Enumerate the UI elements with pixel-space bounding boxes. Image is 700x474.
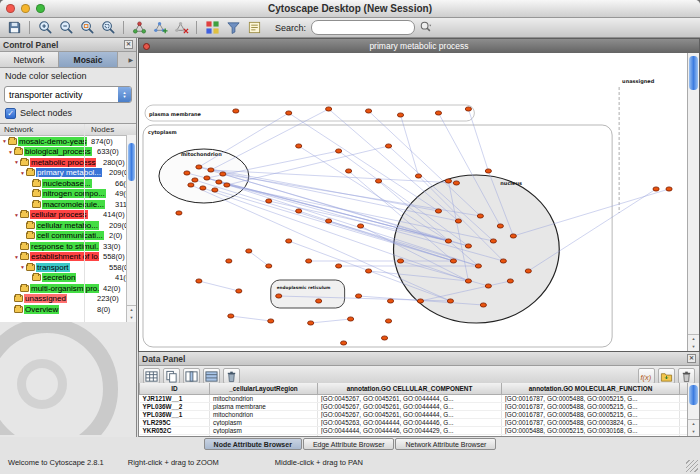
tree-item-response-to-stimul[interactable]: response to stimul...33(0) [0,241,136,252]
network-node[interactable] [296,209,302,213]
tree-column-nodes[interactable]: Nodes [86,125,114,134]
tree-item-biological-process[interactable]: ▼biological_process633(0) [0,147,136,158]
network-node[interactable] [385,319,391,323]
table-scrollbar[interactable]: ▲▼ [687,383,699,436]
tree-item-establishment-of-lo[interactable]: ▼establishment of lo...558(0) [0,252,136,263]
network-node[interactable] [266,264,272,268]
tab-network[interactable]: Network [0,52,59,67]
network-edge[interactable] [329,109,459,221]
import-attributes-button[interactable] [658,368,675,384]
attribute-row[interactable]: YKR052Ccytoplasm[GO:0044444, GO:0044446,… [140,427,688,435]
tree-scrollbar[interactable]: ▲▼ [126,135,136,322]
network-node[interactable] [453,181,459,185]
titlebar[interactable]: Cytoscape Desktop (New Session) [0,0,700,18]
tab-mosaic[interactable]: Mosaic [59,52,118,67]
search-input[interactable] [311,20,415,35]
tree-item-mosaic-demo-yeast[interactable]: ▼mosaic-demo-yeast874(0) [0,136,136,147]
attribute-select-button[interactable] [143,368,160,384]
tree-item-nitrogen-compo[interactable]: nitrogen compo...49(0) [0,189,136,200]
close-control-panel-icon[interactable]: ✕ [124,40,133,49]
network-node[interactable] [212,188,218,192]
expand-arrow-icon[interactable]: ▼ [1,138,8,144]
zoom-selected-button[interactable] [77,19,97,37]
network-node[interactable] [196,165,202,169]
resize-handle[interactable] [686,460,698,472]
network-edge[interactable] [211,109,329,170]
network-node[interactable] [485,169,491,173]
tree-item-metabolic-process[interactable]: ▼metabolic process280(0) [0,157,136,168]
network-node[interactable] [450,259,456,263]
network-node[interactable] [497,224,503,228]
network-node[interactable] [176,211,182,215]
network-node[interactable] [445,239,451,243]
tree-header[interactable]: Network Nodes [0,124,136,136]
zoom-out-button[interactable] [56,19,76,37]
network-node[interactable] [306,259,312,263]
network-node[interactable] [358,224,364,228]
zoom-in-button[interactable] [35,19,55,37]
expand-arrow-icon[interactable]: ▼ [19,264,26,270]
tab-node-attribute-browser[interactable]: Node Attribute Browser [204,438,302,450]
network-node[interactable] [184,171,190,175]
tree-scrollbar-arrows[interactable]: ▲▼ [127,305,136,322]
network-edge[interactable] [199,281,239,291]
network-node[interactable] [188,183,194,187]
tree-item-macromolecule[interactable]: macromolecule...311(0) [0,199,136,210]
tree-item-cell-communicati[interactable]: cell communicati...2(0) [0,231,136,242]
network-window-titlebar[interactable]: primary metabolic process [139,39,699,53]
network-node[interactable] [507,279,513,283]
expand-arrow-icon[interactable]: ▼ [13,212,20,218]
column-header-region[interactable]: _cellularLayoutRegion [210,383,318,395]
select-all-attributes-button[interactable] [203,368,220,384]
network-node[interactable] [216,180,222,184]
network-node[interactable] [196,279,202,283]
destroy-network-button[interactable] [171,19,191,37]
network-node[interactable] [435,209,441,213]
network-edge[interactable] [401,115,419,176]
network-node[interactable] [485,284,491,288]
network-node[interactable] [296,144,302,148]
network-node[interactable] [375,179,381,183]
tree-item-multi-organism-pro[interactable]: multi-organism pro...42(0) [0,283,136,294]
network-node[interactable] [192,178,198,182]
network-node[interactable] [435,111,441,115]
minimize-window-button[interactable] [21,4,30,13]
expand-arrow-icon[interactable]: ▼ [7,149,14,155]
network-node[interactable] [341,341,347,345]
save-session-button[interactable] [4,19,24,37]
tree-item-transport[interactable]: ▼transport558(0) [0,262,136,273]
network-edge[interactable] [311,319,351,323]
network-node[interactable] [286,111,292,115]
network-node[interactable] [236,289,242,293]
network-node[interactable] [477,214,483,218]
table-scrollbar-thumb[interactable] [689,385,698,405]
tree-column-network[interactable]: Network [0,125,86,134]
network-node[interactable] [445,179,451,183]
network-scrollbar-thumb[interactable] [689,56,698,90]
network-node[interactable] [475,264,481,268]
color-attribute-dropdown[interactable]: transporter activity ▲▼ [4,86,132,103]
close-data-panel-icon[interactable]: ✕ [687,354,696,363]
network-node[interactable] [276,294,282,298]
network-node[interactable] [465,279,471,283]
network-edge[interactable] [231,316,271,321]
network-edge[interactable] [289,113,439,211]
expand-arrow-icon[interactable]: ▼ [19,170,26,176]
table-scrollbar-arrows[interactable]: ▲▼ [688,419,699,436]
network-node[interactable] [455,219,461,223]
select-nodes-checkbox[interactable]: ✓ [5,108,16,119]
attribute-row[interactable]: YJR121W__1mitochondrion[GO:0045267, GO:0… [140,395,688,403]
network-node[interactable] [365,109,371,113]
network-node[interactable] [226,259,232,263]
network-node[interactable] [387,299,393,303]
network-node[interactable] [465,107,471,111]
network-node[interactable] [268,319,274,323]
attribute-row[interactable]: YPL036W__2plasma membrane[GO:0045267, GO… [140,403,688,411]
network-node[interactable] [308,321,314,325]
network-close-icon[interactable] [143,43,150,50]
tree-item-overview[interactable]: Overview8(0) [0,304,136,315]
attribute-row[interactable]: YPL036W__1mitochondrion[GO:0045267, GO:0… [140,411,688,419]
annotation-button[interactable] [244,19,264,37]
network-node[interactable] [447,299,453,303]
new-network-button[interactable] [150,19,170,37]
